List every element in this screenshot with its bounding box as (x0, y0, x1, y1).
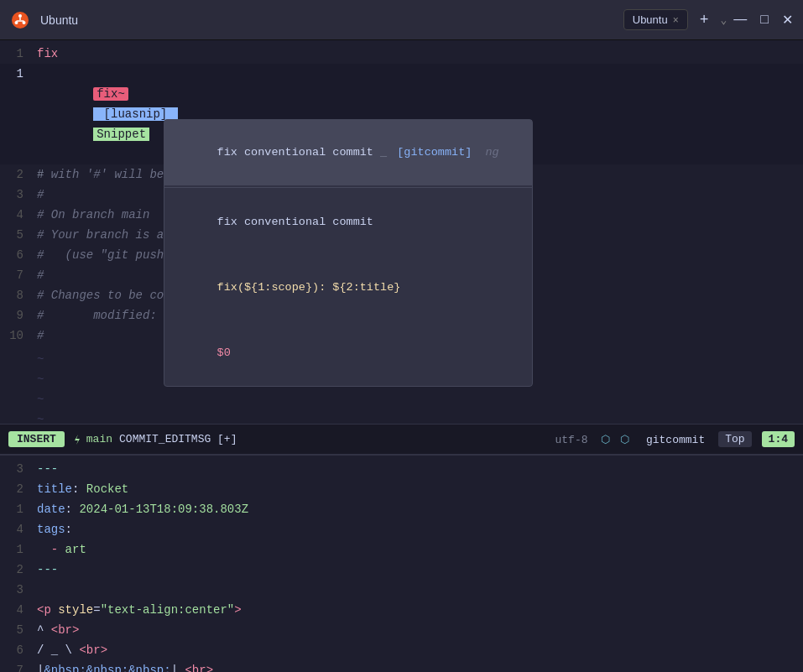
maximize-button[interactable]: □ (760, 12, 769, 28)
window-controls: — □ ✕ (733, 12, 793, 28)
line-text: # (37, 265, 44, 285)
line-text: # On branch main (37, 205, 149, 225)
branch-name: main (86, 433, 112, 445)
lightning-icon (71, 434, 83, 445)
line-number: 7 (7, 265, 37, 285)
line-text: / _ \ <br> (37, 640, 107, 660)
autocomplete-item[interactable]: fix conventional commit _ [gitcommit] ng (164, 120, 532, 185)
lower-code-line: 6 / _ \ <br> (0, 640, 803, 660)
line-number: 10 (7, 326, 37, 346)
line-text: # (37, 185, 44, 205)
autocomplete-item[interactable]: $0 (164, 320, 532, 386)
line-text: <p style="text-align:center"> (37, 600, 242, 620)
line-number: 3 (7, 185, 37, 205)
line-text: tags: (37, 519, 72, 539)
scroll-position: Top (718, 431, 751, 447)
autocomplete-item[interactable]: fix(${1:scope}): ${2:title} (164, 255, 532, 320)
line-text: --- (37, 560, 58, 580)
lsp-icon2: ⬡ (620, 434, 629, 446)
line-text: fix~ [luasnip] Snippet (37, 64, 178, 164)
minimize-button[interactable]: — (733, 12, 747, 28)
line-number: 5 (7, 225, 37, 245)
statusbar: INSERT main COMMIT_EDITMSG [+] utf-8 ⬡ ⬡… (0, 424, 803, 454)
snippet-fix: fix~ (93, 87, 128, 101)
encoding-info: utf-8 ⬡ ⬡ gitcommit (555, 433, 706, 446)
lower-pane: 3 --- 2 title: Rocket 1 date: 2024-01-13… (0, 454, 803, 672)
line-number: 8 (7, 285, 37, 305)
line-text: title: Rocket (37, 479, 128, 499)
autocomplete-popup[interactable]: fix conventional commit _ [gitcommit] ng… (164, 119, 533, 387)
ac-tag: [gitcommit] (390, 146, 472, 159)
line-number: 1 (7, 64, 37, 84)
lower-code-line: 1 date: 2024-01-13T18:09:38.803Z (0, 499, 803, 519)
line-number: 9 (7, 305, 37, 326)
window-title: Ubuntu (40, 13, 617, 27)
cursor-position: 1:4 (762, 431, 795, 447)
lower-code-line: 3 (0, 580, 803, 600)
lower-code-line: 2 title: Rocket (0, 479, 803, 499)
tab-chevron-icon[interactable]: ⌄ (721, 13, 727, 27)
new-tab-button[interactable]: + (695, 12, 714, 29)
line-number: 2 (7, 164, 37, 185)
line-number: 1 (7, 499, 37, 519)
git-type-label: gitcommit (646, 434, 705, 446)
git-branch: main (71, 433, 112, 445)
ac-text: fix(${1:scope}): ${2:title} (217, 281, 401, 294)
ac-text: $0 (217, 346, 231, 359)
lower-code-line: 4 tags: (0, 519, 803, 539)
line-number: 6 (7, 640, 37, 660)
ac-text: fix conventional commit (217, 146, 380, 159)
line-text: --- (37, 459, 58, 479)
line-number: 3 (7, 580, 37, 600)
line-number: 3 (7, 459, 37, 479)
line-text: fix (37, 44, 58, 64)
editor-area: 1 fix 1 fix~ [luasnip] Snippet 2 # with … (0, 40, 803, 424)
lower-code-line: 3 --- (0, 459, 803, 479)
lower-code-line: 4 <p style="text-align:center"> (0, 600, 803, 620)
lower-code-line: 1 - art (0, 539, 803, 560)
svg-marker-7 (75, 435, 80, 445)
lsp-icon1: ⬡ (601, 434, 610, 446)
line-number: 4 (7, 205, 37, 225)
line-number: 2 (7, 560, 37, 580)
ac-text: fix conventional commit (217, 216, 373, 228)
code-line: 1 fix (0, 44, 803, 64)
autocomplete-item[interactable]: fix conventional commit (164, 190, 532, 255)
tab-close-button[interactable]: × (673, 14, 679, 26)
line-number: 7 (7, 660, 37, 672)
line-number: 4 (7, 600, 37, 620)
ubuntu-logo-icon (10, 10, 30, 30)
svg-point-1 (18, 14, 22, 18)
line-number: 2 (7, 479, 37, 499)
titlebar: Ubuntu Ubuntu × + ⌄ — □ ✕ (0, 0, 803, 40)
line-number: 1 (7, 539, 37, 560)
lower-code-line: 5 ^ <br> (0, 620, 803, 640)
line-text: ^ <br> (37, 620, 79, 640)
lower-code-line: 7 |&nbsp;&nbsp;&nbsp;| <br> (0, 660, 803, 672)
line-number: 1 (7, 44, 37, 64)
line-text: date: 2024-01-13T18:09:38.803Z (37, 499, 248, 519)
editor-mode-badge: INSERT (8, 431, 65, 447)
line-number: 5 (7, 620, 37, 640)
lower-code-line: 2 --- (0, 560, 803, 580)
line-text: # (37, 326, 44, 346)
ac-divider (164, 187, 532, 188)
tab-label: Ubuntu (633, 13, 668, 26)
line-number: 6 (7, 245, 37, 265)
snippet-type-label: Snippet (93, 128, 149, 141)
encoding-label: utf-8 (555, 434, 588, 446)
terminal-tab[interactable]: Ubuntu × (623, 9, 688, 30)
line-text: - art (37, 539, 86, 560)
lower-code-editor[interactable]: 3 --- 2 title: Rocket 1 date: 2024-01-13… (0, 456, 803, 672)
file-name: COMMIT_EDITMSG [+] (119, 433, 237, 445)
line-number: 4 (7, 519, 37, 539)
line-text: |&nbsp;&nbsp;&nbsp;| <br> (37, 660, 213, 672)
close-window-button[interactable]: ✕ (782, 12, 793, 28)
